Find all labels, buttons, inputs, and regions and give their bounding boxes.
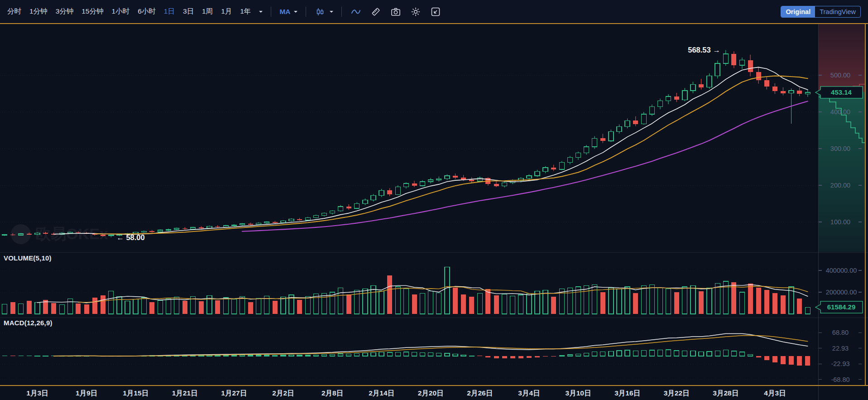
- ma-dropdown[interactable]: MA: [279, 8, 297, 16]
- price-axis-tick: 300.00: [830, 145, 850, 152]
- interval-button-6[interactable]: 1日: [164, 7, 175, 16]
- view-toggle: Original TradingView: [781, 6, 861, 18]
- x-axis-label: 1月15日: [123, 389, 149, 397]
- interval-button-0[interactable]: 分时: [7, 7, 21, 16]
- volume-axis-tick: 400000.00: [826, 267, 857, 274]
- chevron-down-icon[interactable]: [259, 11, 263, 14]
- x-axis-label: 2月8日: [321, 389, 343, 397]
- low-price-annotation: ← 58.00: [116, 233, 144, 241]
- price-axis-tick: 500.00: [830, 72, 850, 79]
- gridlines: 500.00400.00300.00200.00100.00400000.002…: [0, 72, 868, 383]
- tradingview-view-button[interactable]: TradingView: [815, 6, 860, 17]
- ruler-icon[interactable]: [370, 6, 382, 18]
- last-volume-badge-text: 61584.29: [827, 303, 856, 311]
- x-axis-label: 1月21日: [172, 389, 198, 397]
- interval-button-5[interactable]: 6小时: [138, 7, 156, 16]
- gear-icon[interactable]: [410, 6, 422, 18]
- x-axis: 1月3日1月9日1月15日1月21日1月27日2月2日2月8日2月14日2月20…: [26, 389, 786, 397]
- chart-type-dropdown[interactable]: [314, 6, 333, 18]
- macd-axis-tick: 68.80: [832, 329, 849, 336]
- chevron-down-icon: [330, 11, 333, 14]
- depth-preview: [819, 24, 865, 252]
- main-chart[interactable]: 500.00400.00300.00200.00100.00400000.002…: [0, 23, 868, 400]
- x-axis-label: 1月3日: [26, 389, 48, 397]
- interval-button-3[interactable]: 15分钟: [82, 7, 103, 16]
- x-axis-label: 2月20日: [418, 389, 444, 397]
- chart-area: 欧易OKEx 500.00400.00300.00200.00100.00400…: [0, 23, 868, 400]
- macd-axis-tick: 22.93: [832, 345, 849, 352]
- x-axis-label: 2月2日: [272, 389, 294, 397]
- macd-layer: [2, 333, 810, 366]
- x-axis-label: 3月4日: [518, 389, 540, 397]
- camera-icon[interactable]: [390, 6, 402, 18]
- toolbar-divider: [271, 7, 271, 17]
- toolbar-divider: [341, 7, 342, 17]
- interval-button-9[interactable]: 1月: [221, 7, 232, 16]
- collapse-icon[interactable]: [430, 6, 441, 18]
- x-axis-label: 2月14日: [369, 389, 394, 397]
- macd-axis-tick: -68.80: [831, 376, 849, 383]
- chart-frame: [0, 23, 868, 400]
- x-axis-label: 1月27日: [221, 389, 247, 397]
- line-chart-button[interactable]: [350, 6, 362, 18]
- ma-lines: [54, 67, 808, 234]
- x-axis-label: 2月26日: [467, 389, 493, 397]
- interval-group: 分时1分钟3分钟15分钟1小时6小时1日3日1周1月1年: [7, 7, 251, 16]
- interval-button-1[interactable]: 1分钟: [29, 7, 48, 16]
- high-price-annotation: 568.53 →: [688, 46, 720, 54]
- x-axis-label: 3月16日: [614, 389, 640, 397]
- candles-layer: [2, 50, 810, 237]
- candlestick-icon: [314, 6, 326, 18]
- x-axis-label: 3月10日: [566, 389, 591, 397]
- interval-button-10[interactable]: 1年: [240, 7, 251, 16]
- interval-button-4[interactable]: 1小时: [112, 7, 130, 16]
- x-axis-label: 3月28日: [713, 389, 739, 397]
- volume-axis-tick: 200000.00: [826, 289, 857, 296]
- last-price-badge-text: 453.14: [831, 88, 852, 96]
- ma-dropdown-label: MA: [279, 8, 290, 16]
- toolbar-left: 分时1分钟3分钟15分钟1小时6小时1日3日1周1月1年 MA: [7, 6, 441, 18]
- price-axis-tick: 100.00: [830, 218, 850, 226]
- chevron-down-icon: [294, 11, 297, 14]
- interval-button-8[interactable]: 1周: [202, 7, 213, 16]
- interval-button-2[interactable]: 3分钟: [56, 7, 74, 16]
- toolbar: 分时1分钟3分钟15分钟1小时6小时1日3日1周1月1年 MA: [0, 0, 868, 23]
- price-axis-tick: 200.00: [830, 182, 850, 189]
- original-view-button[interactable]: Original: [781, 6, 815, 17]
- x-axis-label: 3月22日: [664, 389, 690, 397]
- x-axis-label: 1月9日: [76, 389, 97, 397]
- toolbar-divider: [306, 7, 306, 17]
- volume-layer: [2, 267, 810, 314]
- x-axis-label: 4月3日: [764, 389, 786, 397]
- price-axis-tick: 400.00: [830, 108, 850, 116]
- macd-axis-tick: -22.93: [831, 360, 849, 367]
- interval-button-7[interactable]: 3日: [183, 7, 194, 16]
